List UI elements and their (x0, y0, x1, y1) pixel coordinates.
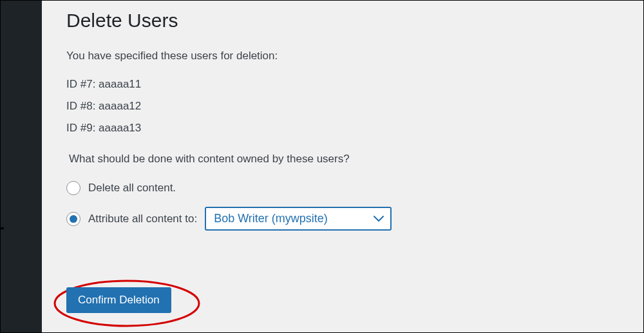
list-item: ID #8: aaaaa12 (66, 100, 619, 113)
option-label-attribute: Attribute all content to: (88, 213, 197, 225)
admin-sidebar (1, 1, 42, 332)
intro-text: You have specified these users for delet… (66, 50, 619, 62)
main-content: Delete Users You have specified these us… (42, 1, 643, 332)
option-label-delete: Delete all content. (88, 182, 176, 195)
content-question: What should be done with content owned b… (66, 153, 619, 166)
option-delete-all[interactable]: Delete all content. (66, 181, 619, 195)
confirm-deletion-button[interactable]: Confirm Deletion (66, 287, 171, 313)
option-attribute[interactable]: Attribute all content to: Bob Writer (my… (66, 207, 619, 231)
radio-attribute[interactable] (66, 212, 80, 226)
sidebar-marker (0, 227, 4, 229)
user-deletion-list: ID #7: aaaaa11 ID #8: aaaaa12 ID #9: aaa… (66, 78, 619, 135)
list-item: ID #7: aaaaa11 (66, 78, 619, 91)
page-title: Delete Users (66, 10, 619, 32)
reassign-user-select[interactable]: Bob Writer (mywpsite) (205, 207, 392, 231)
radio-delete-all[interactable] (66, 181, 80, 195)
list-item: ID #9: aaaaa13 (66, 122, 619, 135)
